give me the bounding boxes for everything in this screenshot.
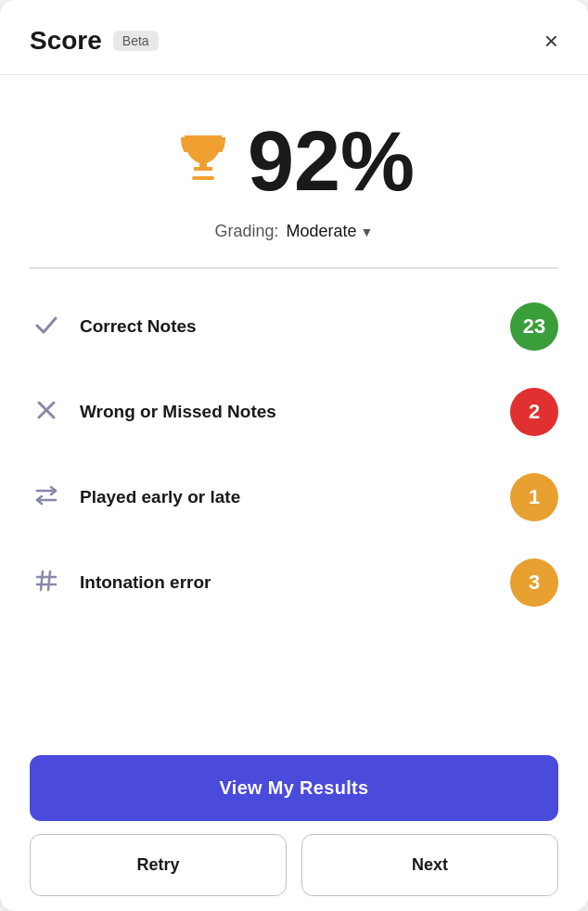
trophy-icon (173, 128, 233, 196)
correct-notes-badge: 23 (510, 302, 558, 351)
secondary-buttons-row: Retry Next (30, 834, 558, 896)
grading-arrow-icon: ▼ (361, 225, 374, 239)
header: Score Beta × (0, 0, 588, 75)
intonation-badge: 3 (510, 558, 558, 607)
score-display: 92% (173, 120, 415, 203)
early-late-label: Played early or late (80, 487, 493, 507)
checkmark-icon (30, 311, 63, 342)
wrong-missed-label: Wrong or Missed Notes (80, 402, 493, 422)
stats-section: Correct Notes 23 Wrong or Missed Notes 2 (0, 269, 588, 640)
correct-notes-label: Correct Notes (80, 316, 493, 337)
retry-button[interactable]: Retry (30, 834, 287, 896)
svg-line-4 (48, 571, 50, 590)
stat-row-intonation: Intonation error 3 (30, 540, 558, 625)
intonation-label: Intonation error (80, 572, 493, 593)
page-title: Score (30, 26, 102, 56)
svg-rect-0 (192, 176, 214, 180)
score-section: 92% Grading: Moderate ▼ (0, 75, 588, 267)
hash-icon (30, 567, 63, 598)
early-late-badge: 1 (510, 473, 558, 521)
grading-value: Moderate (287, 222, 357, 241)
grading-select[interactable]: Moderate ▼ (287, 222, 374, 241)
stat-row-correct-notes: Correct Notes 23 (30, 284, 558, 369)
stat-row-early-late: Played early or late 1 (30, 455, 558, 540)
arrows-icon (30, 481, 63, 513)
buttons-section: View My Results Retry Next (0, 737, 588, 911)
svg-line-3 (41, 571, 43, 590)
grading-label: Grading: (215, 222, 279, 241)
view-results-button[interactable]: View My Results (30, 755, 558, 821)
wrong-missed-badge: 2 (510, 388, 558, 436)
grading-row: Grading: Moderate ▼ (215, 222, 374, 241)
score-card: Score Beta × 92% Grading: Moderate ▼ (0, 0, 588, 911)
close-button[interactable]: × (544, 29, 558, 53)
x-mark-icon (30, 396, 63, 428)
beta-badge: Beta (113, 31, 159, 51)
score-value: 92% (248, 120, 415, 203)
stat-row-wrong-missed: Wrong or Missed Notes 2 (30, 369, 558, 455)
next-button[interactable]: Next (301, 834, 558, 896)
